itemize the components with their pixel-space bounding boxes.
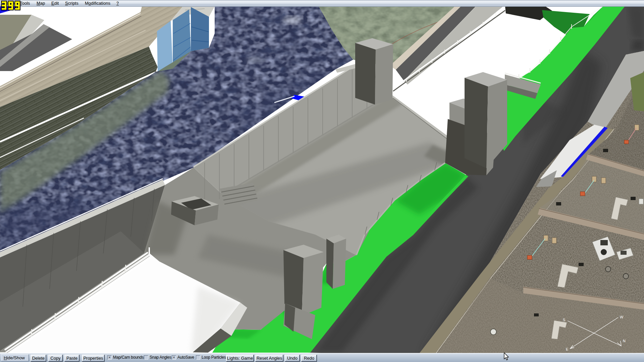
svg-text:W: W (620, 315, 624, 319)
svg-text:E: E (566, 347, 568, 351)
svg-text:S: S (563, 318, 565, 322)
svg-text:N: N (623, 339, 626, 343)
